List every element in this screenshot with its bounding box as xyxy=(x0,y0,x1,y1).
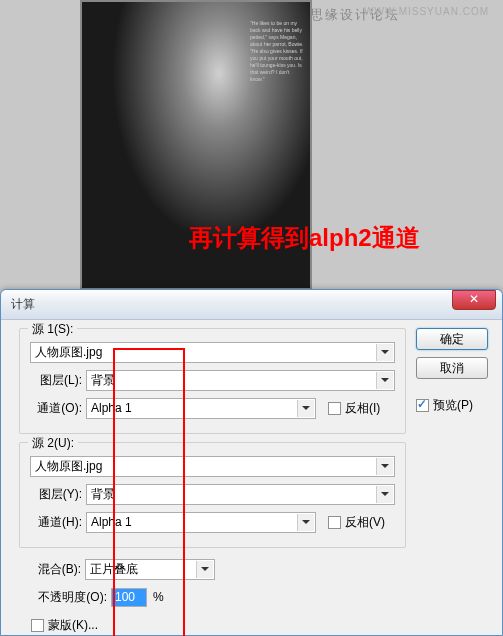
calculations-dialog: 计算 ✕ 源 1(S): 人物原图.jpg 图层(L): 背景 xyxy=(0,289,503,636)
source1-file-combo[interactable]: 人物原图.jpg xyxy=(30,342,395,363)
blend-mode-combo[interactable]: 正片叠底 xyxy=(85,559,215,580)
source1-layer-combo[interactable]: 背景 xyxy=(86,370,395,391)
source2-invert-label: 反相(V) xyxy=(345,514,385,531)
source1-layer-value: 背景 xyxy=(91,372,115,389)
source2-legend: 源 2(U): xyxy=(28,435,78,452)
source2-channel-label: 通道(H): xyxy=(30,514,86,531)
source1-file-value: 人物原图.jpg xyxy=(35,344,102,361)
dialog-body: 源 1(S): 人物原图.jpg 图层(L): 背景 通道(O): xyxy=(1,320,502,636)
source1-channel-label: 通道(O): xyxy=(30,400,86,417)
preview-label: 预览(P) xyxy=(433,397,473,414)
source1-channel-combo[interactable]: Alpha 1 xyxy=(86,398,316,419)
source1-layer-label: 图层(L): xyxy=(30,372,86,389)
chevron-down-icon xyxy=(196,561,213,578)
blend-mode-value: 正片叠底 xyxy=(90,561,138,578)
source2-invert-checkbox[interactable] xyxy=(328,516,341,529)
dialog-titlebar[interactable]: 计算 ✕ xyxy=(1,290,502,320)
annotation-text: 再计算得到alph2通道 xyxy=(189,222,420,254)
preview-checkbox[interactable] xyxy=(416,399,429,412)
chevron-down-icon xyxy=(376,458,393,475)
source2-file-value: 人物原图.jpg xyxy=(35,458,102,475)
source1-group: 源 1(S): 人物原图.jpg 图层(L): 背景 通道(O): xyxy=(19,328,406,434)
close-button[interactable]: ✕ xyxy=(452,290,496,310)
blend-label: 混合(B): xyxy=(29,561,85,578)
source1-invert-label: 反相(I) xyxy=(345,400,380,417)
right-column: 确定 取消 预览(P) xyxy=(406,328,492,636)
mask-checkbox[interactable] xyxy=(31,619,44,632)
source2-group: 源 2(U): 人物原图.jpg 图层(Y): 背景 通道(H): xyxy=(19,442,406,548)
source2-layer-label: 图层(Y): xyxy=(30,486,86,503)
source1-legend: 源 1(S): xyxy=(28,321,77,338)
article-caption: "He likes to be on my back and have his … xyxy=(250,20,304,118)
chevron-down-icon xyxy=(297,400,314,417)
source1-channel-value: Alpha 1 xyxy=(91,401,132,415)
source1-invert-checkbox[interactable] xyxy=(328,402,341,415)
dialog-title: 计算 xyxy=(11,297,35,311)
source2-layer-combo[interactable]: 背景 xyxy=(86,484,395,505)
blend-group: 混合(B): 正片叠底 不透明度(O): 100 % 蒙版(K)... xyxy=(19,556,406,636)
source2-layer-value: 背景 xyxy=(91,486,115,503)
source2-channel-value: Alpha 1 xyxy=(91,515,132,529)
cancel-button[interactable]: 取消 xyxy=(416,357,488,379)
left-column: 源 1(S): 人物原图.jpg 图层(L): 背景 通道(O): xyxy=(19,328,406,636)
percent-label: % xyxy=(153,590,164,604)
chevron-down-icon xyxy=(376,344,393,361)
watermark-url: WWW.MISSYUAN.COM xyxy=(364,6,489,17)
ok-button[interactable]: 确定 xyxy=(416,328,488,350)
chevron-down-icon xyxy=(297,514,314,531)
source2-channel-combo[interactable]: Alpha 1 xyxy=(86,512,316,533)
source2-file-combo[interactable]: 人物原图.jpg xyxy=(30,456,395,477)
chevron-down-icon xyxy=(376,372,393,389)
chevron-down-icon xyxy=(376,486,393,503)
opacity-input[interactable]: 100 xyxy=(111,588,147,607)
close-icon: ✕ xyxy=(469,292,479,306)
opacity-label: 不透明度(O): xyxy=(29,589,111,606)
mask-label: 蒙版(K)... xyxy=(48,617,98,634)
